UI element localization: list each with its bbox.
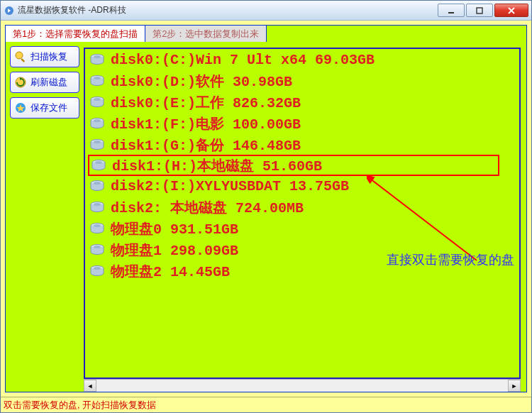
disk-listing: disk0:(C:)Win 7 Ult x64 69.03GBdisk0:(D:… (84, 48, 521, 379)
disk-label: disk1:(G:)备份 146.48GB (111, 136, 301, 155)
hdd-icon (89, 222, 105, 235)
disk-label: disk0:(E:)工作 826.32GB (111, 93, 301, 112)
hdd-icon (89, 243, 105, 256)
svg-rect-4 (21, 58, 25, 62)
disk-label: disk1:(F:)电影 100.00GB (111, 114, 301, 133)
tab-step1[interactable]: 第1步：选择需要恢复的盘扫描 (6, 26, 145, 43)
disk-label: disk2:(I:)XYLYUSBDAT 13.75GB (111, 178, 349, 194)
window-controls (436, 4, 528, 17)
scan-recover-label: 扫描恢复 (31, 50, 67, 63)
hdd-icon (89, 138, 105, 151)
listing-wrap: disk0:(C:)Win 7 Ult x64 69.03GBdisk0:(D:… (84, 42, 526, 392)
main-layout: 扫描恢复 刷新磁盘 保存文件 disk0:(C:)Win 7 (5, 42, 527, 392)
scroll-left-button[interactable]: ◄ (84, 380, 96, 392)
save-files-button[interactable]: 保存文件 (10, 97, 79, 119)
sidebar: 扫描恢复 刷新磁盘 保存文件 (6, 42, 84, 392)
star-icon (13, 101, 28, 115)
disk-label: disk0:(D:)软件 30.98GB (111, 72, 292, 91)
hdd-icon (89, 96, 105, 109)
annotation-text: 直接双击需要恢复的盘 (387, 251, 514, 268)
disk-row[interactable]: disk1:(G:)备份 146.48GB (85, 134, 519, 155)
svg-point-20 (94, 182, 101, 185)
maximize-button[interactable] (466, 4, 493, 17)
disk-row[interactable]: disk1:(F:)电影 100.00GB (85, 113, 519, 134)
horizontal-scrollbar[interactable]: ◄ ► (84, 379, 521, 392)
svg-point-18 (95, 161, 102, 164)
svg-point-3 (16, 52, 23, 59)
hdd-icon (89, 53, 105, 66)
save-files-label: 保存文件 (31, 101, 67, 114)
app-icon (4, 5, 15, 16)
disk-row[interactable]: disk1:(H:)本地磁盘 51.60GB (88, 155, 499, 176)
svg-point-28 (94, 267, 101, 270)
close-button[interactable] (494, 4, 528, 17)
disk-label: 物理盘0 931.51GB (111, 219, 238, 238)
minimize-button[interactable] (438, 4, 465, 17)
disk-label: disk2: 本地磁盘 724.00MB (111, 198, 304, 217)
content-area: 第1步：选择需要恢复的盘扫描 第2步：选中数据复制出来 扫描恢复 刷新磁盘 (1, 21, 531, 397)
svg-point-12 (94, 98, 101, 101)
hdd-icon (91, 159, 106, 172)
disk-row[interactable]: disk0:(D:)软件 30.98GB (85, 70, 519, 92)
window-title: 流星数据恢复软件 -ADR科技 (18, 4, 436, 16)
status-text: 双击需要恢复的盘, 开始扫描恢复数据 (4, 399, 156, 412)
svg-point-26 (94, 246, 101, 248)
svg-point-10 (94, 77, 101, 79)
refresh-icon (13, 75, 28, 89)
svg-rect-2 (477, 8, 482, 13)
svg-point-24 (94, 224, 101, 227)
disk-label: 物理盘2 14.45GB (111, 262, 230, 281)
disk-label: disk0:(C:)Win 7 Ult x64 69.03GB (111, 52, 375, 68)
disk-row[interactable]: disk2: 本地磁盘 724.00MB (85, 197, 519, 218)
statusbar: 双击需要恢复的盘, 开始扫描恢复数据 (1, 397, 531, 412)
refresh-disk-label: 刷新磁盘 (31, 76, 67, 89)
magnifier-icon (13, 50, 28, 64)
disk-row[interactable]: 物理盘0 931.51GB (85, 218, 519, 239)
svg-rect-1 (448, 12, 454, 13)
scan-recover-button[interactable]: 扫描恢复 (10, 46, 79, 67)
svg-point-14 (94, 119, 101, 122)
hdd-icon (89, 265, 105, 277)
hdd-icon (89, 75, 105, 87)
svg-point-8 (94, 55, 101, 58)
scroll-track[interactable] (96, 380, 508, 392)
disk-label: disk1:(H:)本地磁盘 51.60GB (112, 156, 322, 175)
app-window: 流星数据恢复软件 -ADR科技 第1步：选择需要恢复的盘扫描 第2步：选中数据复… (0, 0, 532, 413)
tab-step2[interactable]: 第2步：选中数据复制出来 (145, 26, 267, 43)
disk-row[interactable]: disk2:(I:)XYLYUSBDAT 13.75GB (85, 175, 519, 197)
svg-point-22 (94, 203, 101, 206)
hdd-icon (89, 201, 105, 214)
scroll-right-button[interactable]: ► (508, 380, 521, 392)
tabs-row: 第1步：选择需要恢复的盘扫描 第2步：选中数据复制出来 (5, 25, 527, 42)
svg-point-16 (94, 141, 101, 143)
refresh-disk-button[interactable]: 刷新磁盘 (10, 72, 79, 93)
disk-row[interactable]: disk0:(E:)工作 826.32GB (85, 92, 519, 113)
hdd-icon (89, 117, 105, 130)
titlebar: 流星数据恢复软件 -ADR科技 (1, 1, 531, 21)
disk-label: 物理盘1 298.09GB (111, 241, 238, 260)
disk-row[interactable]: disk0:(C:)Win 7 Ult x64 69.03GB (85, 49, 519, 70)
hdd-icon (89, 180, 105, 192)
